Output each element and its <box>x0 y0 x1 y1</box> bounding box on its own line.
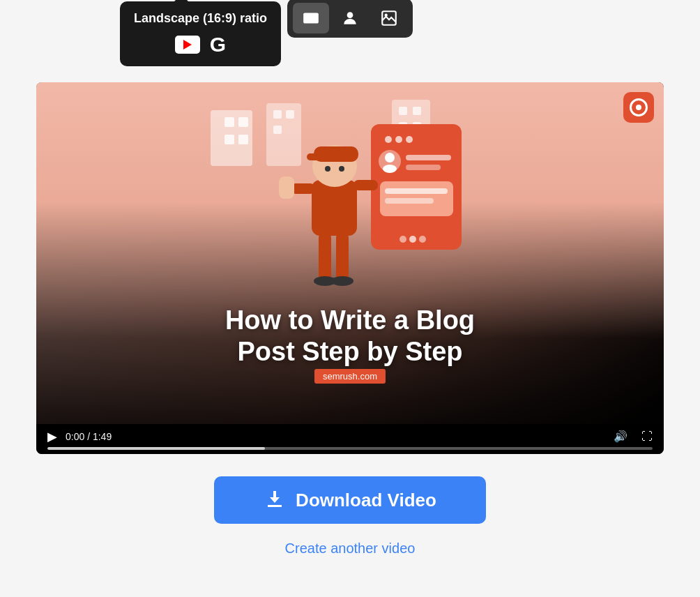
svg-point-23 <box>385 153 395 163</box>
illustration-svg <box>176 96 524 292</box>
svg-point-30 <box>400 236 406 243</box>
video-time: 0:00 / 1:49 <box>66 431 112 442</box>
portrait-button[interactable] <box>332 3 368 33</box>
app-logo <box>623 92 654 123</box>
tooltip: Landscape (16:9) ratio G <box>120 1 281 66</box>
toolbar <box>287 0 413 38</box>
video-title-line1: How to Write a Blog <box>64 305 636 337</box>
svg-rect-25 <box>406 155 451 160</box>
svg-rect-39 <box>353 180 378 190</box>
svg-point-44 <box>325 166 330 172</box>
video-title-line2: Post Step by Step <box>64 336 636 368</box>
svg-rect-28 <box>385 188 448 194</box>
download-video-button[interactable]: Download Video <box>214 476 486 524</box>
svg-rect-6 <box>238 117 248 127</box>
portrait-icon <box>341 9 359 27</box>
svg-point-19 <box>385 136 392 143</box>
svg-point-31 <box>409 236 416 243</box>
tooltip-platforms: G <box>134 33 267 56</box>
svg-rect-29 <box>385 198 434 204</box>
create-another-button[interactable]: Create another video <box>285 541 416 557</box>
svg-point-32 <box>419 236 426 243</box>
fullscreen-button[interactable]: ⛶ <box>641 430 653 443</box>
svg-point-3 <box>385 14 388 17</box>
svg-rect-7 <box>225 135 234 144</box>
svg-rect-11 <box>286 110 294 119</box>
svg-point-45 <box>339 166 344 172</box>
download-icon <box>264 489 286 511</box>
svg-rect-34 <box>336 232 349 281</box>
svg-point-1 <box>347 12 353 18</box>
google-icon: G <box>210 33 226 56</box>
svg-point-20 <box>395 136 402 143</box>
youtube-icon <box>175 36 200 54</box>
video-watermark: semrush.com <box>314 369 386 384</box>
svg-point-24 <box>383 165 397 173</box>
svg-rect-33 <box>319 232 331 281</box>
download-arrow-icon <box>264 490 285 511</box>
square-icon <box>380 9 398 27</box>
video-container: How to Write a Blog Post Step by Step se… <box>36 82 664 454</box>
app-logo-inner <box>630 98 648 116</box>
svg-point-21 <box>406 136 413 143</box>
svg-rect-5 <box>225 117 234 127</box>
svg-rect-15 <box>413 107 421 115</box>
progress-bar-background <box>47 447 653 450</box>
svg-rect-26 <box>406 165 441 170</box>
play-button[interactable]: ▶ <box>47 430 57 443</box>
svg-rect-12 <box>273 126 282 134</box>
landscape-button[interactable] <box>293 3 329 33</box>
progress-bar-container[interactable] <box>36 448 664 454</box>
svg-rect-0 <box>303 13 319 23</box>
download-button-label: Download Video <box>296 490 436 511</box>
create-another-label: Create another video <box>285 541 416 556</box>
svg-rect-42 <box>314 146 358 162</box>
svg-rect-38 <box>291 183 315 194</box>
svg-rect-8 <box>238 135 248 144</box>
square-button[interactable] <box>371 3 407 33</box>
svg-rect-37 <box>312 180 357 236</box>
volume-button[interactable]: 🔊 <box>614 430 627 443</box>
svg-rect-43 <box>307 153 321 160</box>
landscape-icon <box>302 9 320 27</box>
svg-rect-9 <box>266 103 301 166</box>
svg-rect-10 <box>273 110 282 119</box>
svg-rect-40 <box>279 176 294 199</box>
svg-rect-14 <box>399 107 407 115</box>
tooltip-title: Landscape (16:9) ratio <box>134 11 267 26</box>
svg-point-36 <box>331 276 353 286</box>
video-controls: ▶ 0:00 / 1:49 🔊 ⛶ <box>36 424 664 448</box>
progress-bar-fill <box>47 447 265 450</box>
video-frame: How to Write a Blog Post Step by Step se… <box>36 82 664 424</box>
youtube-play-triangle <box>183 40 192 50</box>
main-container: Landscape (16:9) ratio G <box>36 40 664 557</box>
video-title-overlay: How to Write a Blog Post Step by Step <box>36 305 664 368</box>
